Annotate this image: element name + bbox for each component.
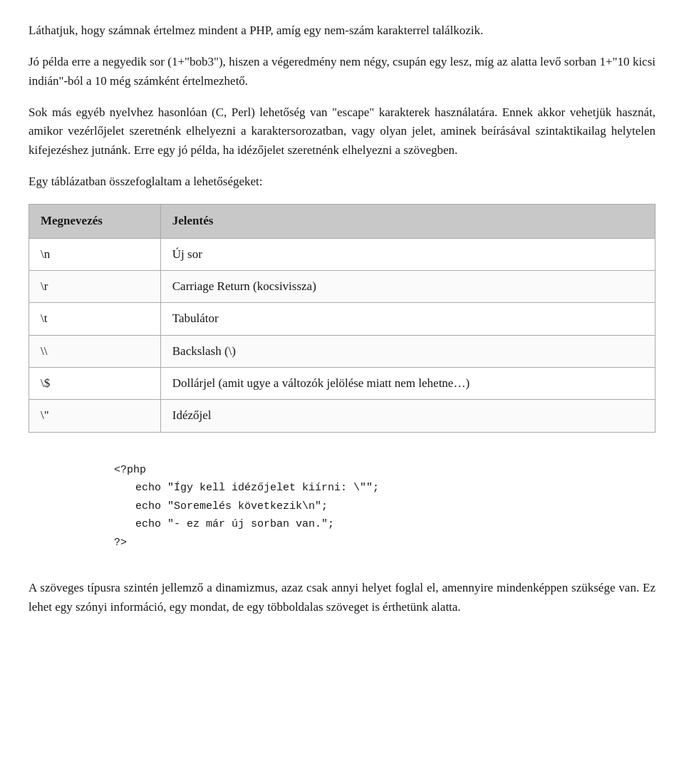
table-row: \r Carriage Return (kocsivissza) [29, 271, 656, 303]
col-header-megnevezes: Megnevezés [29, 205, 161, 238]
table-row: \t Tabulátor [29, 303, 656, 335]
cell-name-5: \$ [29, 368, 161, 400]
escape-chars-table: Megnevezés Jelentés \n Új sor \r Carriag… [28, 204, 656, 432]
code-line-1: <?php [114, 461, 641, 480]
paragraph-2: Jó példa erre a negyedik sor (1+"bob3"),… [28, 53, 656, 91]
cell-name-6: \" [29, 400, 161, 432]
code-line-2: echo "Így kell idézőjelet kiírni: \""; [114, 479, 641, 497]
cell-name-2: \r [29, 271, 161, 303]
cell-meaning-6: Idézőjel [160, 400, 655, 432]
cell-meaning-3: Tabulátor [160, 303, 655, 335]
cell-name-1: \n [29, 238, 161, 270]
cell-meaning-1: Új sor [160, 238, 655, 270]
table-header-row: Megnevezés Jelentés [29, 205, 656, 238]
code-block: <?php echo "Így kell idézőjelet kiírni: … [28, 454, 656, 559]
cell-name-4: \\ [29, 335, 161, 367]
paragraph-4: Egy táblázatban összefoglaltam a lehetős… [28, 172, 656, 191]
paragraph-5: A szöveges típusra szintén jellemző a di… [28, 579, 656, 617]
code-line-3: echo "Soremelés következik\n"; [114, 497, 641, 516]
paragraph-1: Láthatjuk, hogy számnak értelmez mindent… [28, 21, 656, 40]
cell-meaning-4: Backslash (\) [160, 335, 655, 367]
cell-name-3: \t [29, 303, 161, 335]
table-body: \n Új sor \r Carriage Return (kocsivissz… [29, 238, 656, 432]
paragraph-3-text: Sok más egyéb nyelvhez hasonlóan (C, Per… [28, 105, 656, 157]
code-line-4: echo "- ez már új sorban van."; [114, 515, 641, 534]
cell-meaning-5: Dollárjel (amit ugye a változók jelölése… [160, 368, 655, 400]
table-row: \\ Backslash (\) [29, 335, 656, 367]
paragraph-3-4: Sok más egyéb nyelvhez hasonlóan (C, Per… [28, 103, 656, 160]
table-head: Megnevezés Jelentés [29, 205, 656, 238]
table-row: \n Új sor [29, 238, 656, 270]
content-block: Láthatjuk, hogy számnak értelmez mindent… [28, 21, 656, 617]
table-row: \" Idézőjel [29, 400, 656, 432]
cell-meaning-2: Carriage Return (kocsivissza) [160, 271, 655, 303]
table-row: \$ Dollárjel (amit ugye a változók jelöl… [29, 368, 656, 400]
code-line-5: ?> [114, 534, 641, 552]
col-header-jelentes: Jelentés [160, 205, 655, 238]
